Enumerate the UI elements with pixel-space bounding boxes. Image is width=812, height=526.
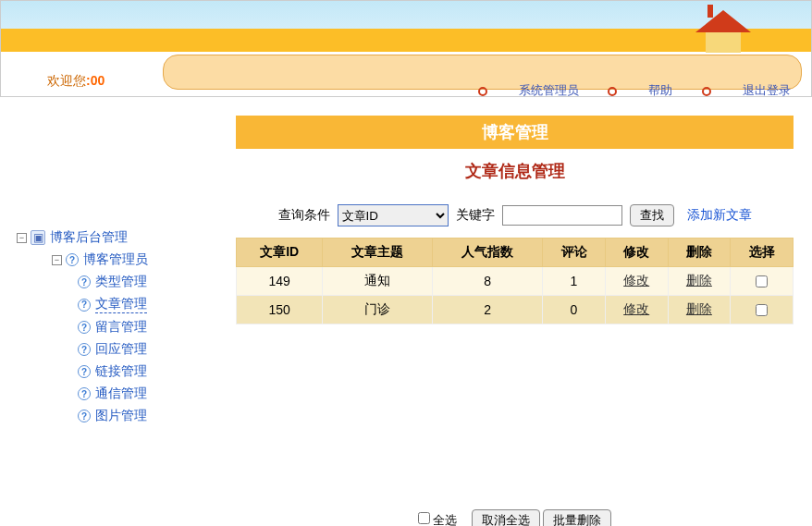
sidebar-item[interactable]: ?文章管理 [78,293,208,316]
table-cell: 150 [237,296,323,324]
sidebar-item-label: 回应管理 [95,341,147,358]
search-button[interactable]: 查找 [630,204,674,226]
sidebar-item[interactable]: ?回应管理 [78,338,208,361]
sidebar: − ▣ 博客后台管理 − ? 博客管理员 ?类型管理?文章管理?留言管理?回应管… [0,97,217,526]
question-icon: ? [78,275,91,288]
table-header: 文章ID [237,239,323,267]
table-cell: 2 [433,296,543,324]
sidebar-root[interactable]: − ▣ 博客后台管理 [17,226,208,249]
sidebar-admin-label: 博客管理员 [83,251,148,268]
bullet-icon [608,87,617,96]
bullet-icon [702,87,711,96]
batch-delete-button[interactable]: 批量删除 [543,509,611,526]
condition-select[interactable]: 文章ID [338,204,449,226]
sidebar-item[interactable]: ?链接管理 [78,361,208,383]
bullet-icon [478,87,487,96]
select-all-label[interactable]: 全选 [418,513,461,526]
table-header: 文章主题 [323,239,433,267]
sidebar-admin[interactable]: − ? 博客管理员 [52,249,208,271]
sidebar-item-label: 图片管理 [95,408,147,424]
welcome-user: :00 [86,73,105,88]
question-icon: ? [78,343,91,356]
content-area: 博客管理 文章信息管理 查询条件 文章ID 关键字 查找 添加新文章 文章ID文… [217,97,812,526]
table-cell: 通知 [323,267,433,296]
question-icon: ? [78,410,91,422]
header-banner: 欢迎您:00 系统管理员 帮助 退出登录 [0,0,812,97]
search-row: 查询条件 文章ID 关键字 查找 添加新文章 [236,204,794,226]
nav-help[interactable]: 帮助 [608,83,672,97]
table-cell: 1 [543,267,606,296]
table-cell: 149 [237,267,323,296]
table-header: 评论 [543,239,606,267]
select-all-checkbox[interactable] [418,512,430,524]
table-row: 150门诊20修改删除 [237,296,794,324]
question-icon: ? [78,387,91,400]
table-header: 删除 [668,239,731,267]
edit-link[interactable]: 修改 [623,301,649,316]
collapse-icon[interactable]: − [52,255,62,265]
page-icon: ▣ [31,230,45,245]
sidebar-item[interactable]: ?图片管理 [78,405,208,427]
question-icon: ? [66,253,79,266]
sidebar-item[interactable]: ?留言管理 [78,316,208,338]
keyword-input[interactable] [502,205,622,226]
sidebar-item-label: 留言管理 [95,319,147,336]
page-subtitle: 文章信息管理 [236,160,794,182]
house-icon [695,10,751,56]
top-nav: 系统管理员 帮助 退出登录 [452,82,791,97]
table-cell: 0 [543,296,606,324]
cancel-all-button[interactable]: 取消全选 [472,509,540,526]
article-table: 文章ID文章主题人气指数评论修改删除选择 149通知81修改删除150门诊20修… [236,238,794,324]
row-checkbox[interactable] [756,275,768,287]
row-checkbox[interactable] [756,304,768,316]
footer-actions: 全选 取消全选 批量删除 [236,509,794,526]
table-cell: 8 [433,267,543,296]
sidebar-item-label: 类型管理 [95,274,147,290]
question-icon: ? [78,365,91,378]
sidebar-item-label: 链接管理 [95,363,147,380]
welcome-prefix: 欢迎您 [47,73,86,88]
nav-logout[interactable]: 退出登录 [702,83,791,97]
nav-admin[interactable]: 系统管理员 [478,83,579,97]
sidebar-root-label: 博客后台管理 [50,229,128,246]
table-header: 人气指数 [433,239,543,267]
delete-link[interactable]: 删除 [686,301,712,316]
collapse-icon[interactable]: − [17,233,27,243]
page-title: 博客管理 [236,116,794,149]
sidebar-item[interactable]: ?通信管理 [78,383,208,405]
condition-label: 查询条件 [278,207,330,224]
sidebar-item[interactable]: ?类型管理 [78,271,208,293]
welcome-text: 欢迎您:00 [47,73,105,90]
question-icon: ? [78,321,91,334]
keyword-label: 关键字 [456,207,495,224]
delete-link[interactable]: 删除 [686,273,712,287]
edit-link[interactable]: 修改 [623,273,649,287]
question-icon: ? [78,299,91,312]
table-cell: 门诊 [323,296,433,324]
table-row: 149通知81修改删除 [237,267,794,296]
table-header: 修改 [605,239,668,267]
add-article-link[interactable]: 添加新文章 [687,207,752,224]
table-header: 选择 [731,239,794,267]
sidebar-item-label: 文章管理 [95,296,147,313]
sidebar-item-label: 通信管理 [95,385,147,402]
